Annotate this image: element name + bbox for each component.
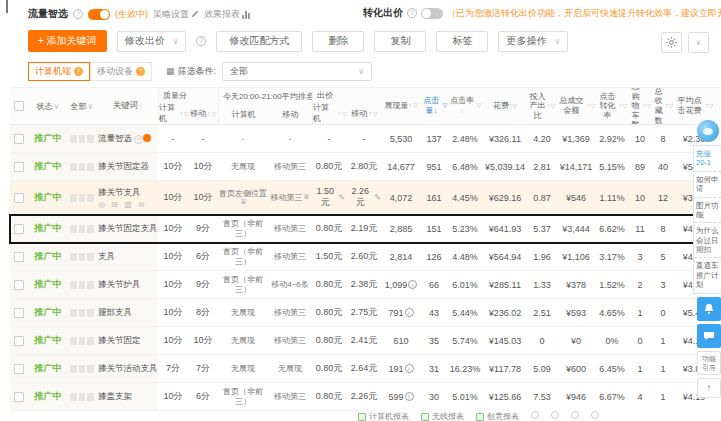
cell-carts: 10 — [628, 134, 652, 144]
header-clicks[interactable]: 点击量↓▽ — [420, 88, 448, 124]
table-row: 推广中 支具 10分 6分 首页（非前三） 移动第三 1.50元 2.60元 2… — [10, 243, 721, 271]
row-checkbox[interactable] — [14, 364, 24, 374]
keyword-label[interactable]: 流量智选 — [98, 133, 132, 145]
conversion-bid-toggle[interactable] — [421, 8, 443, 19]
info-icon[interactable]: ? — [196, 36, 206, 46]
help-link[interactable]: 如何申请 — [694, 172, 721, 198]
tab-mobile-report[interactable]: 移动设备? — [90, 62, 152, 81]
header-bid-mobile[interactable]: 移动↑▽ — [347, 102, 382, 124]
header-quality-pc[interactable]: 计算机↑▽ — [159, 102, 189, 124]
keyword-label[interactable]: 膝盖支架 — [98, 391, 132, 403]
notification-button[interactable] — [697, 297, 721, 321]
help-link[interactable]: 图片功能 — [694, 198, 721, 224]
impression-info-icon[interactable]: i — [405, 364, 414, 373]
row-checkbox[interactable] — [14, 252, 24, 262]
row-checkbox[interactable] — [14, 336, 24, 346]
row-checkbox[interactable] — [14, 162, 24, 172]
impression-info-icon[interactable]: i — [408, 280, 417, 289]
gear-button[interactable] — [661, 32, 682, 53]
modify-bid-select[interactable]: 修改出价∨ — [117, 31, 187, 52]
row-checkbox[interactable] — [14, 134, 24, 144]
row-action-icons[interactable] — [68, 299, 96, 326]
filter-condition-select[interactable]: 全部∨ — [222, 62, 372, 81]
header-quality-mobile[interactable]: 移动↑▽ — [189, 102, 219, 124]
traffic-smart-toggle[interactable] — [88, 9, 110, 20]
keyword-table: 状态∨ 全部∨ 关键词↑ 质量分 计算机↑▽ 移动↑▽ 今天20:00-21:0… — [10, 87, 721, 411]
legend-square-icon — [358, 413, 366, 421]
header-bid-pc[interactable]: 计算机↑▽ — [313, 102, 347, 124]
cell-ctr: 4.45% — [448, 193, 482, 203]
copy-button[interactable]: 复制 — [374, 31, 426, 52]
delete-button[interactable]: 删除 — [312, 31, 364, 52]
back-to-top-button[interactable]: ↑ — [697, 378, 721, 398]
impression-info-icon[interactable]: i — [405, 308, 414, 317]
cell-cost: ¥117.78 — [482, 364, 528, 374]
edit-bid-icon[interactable]: ✎ — [374, 193, 381, 202]
header-gmv[interactable]: 总成交金额↑▽ — [556, 88, 596, 124]
header-status[interactable]: 状态∨ — [28, 88, 68, 124]
collapse-button[interactable]: ∨ — [688, 32, 709, 53]
cell-bid-mobile: 2.80元 — [346, 160, 382, 173]
row-checkbox[interactable] — [14, 308, 24, 318]
cell-quality-pc: 10分 — [158, 306, 188, 319]
modify-match-button[interactable]: 修改匹配方式 — [216, 31, 302, 52]
header-cpc[interactable]: 平均点击花费↑▽ — [674, 88, 714, 124]
add-keyword-button[interactable]: + 添加关键词 — [28, 30, 107, 52]
header-carts[interactable]: 总购物车数↑▽ — [628, 88, 652, 124]
rank-menu-icon[interactable]: ≣ — [241, 198, 247, 206]
row-action-icons[interactable] — [68, 125, 96, 152]
tab-pc-report[interactable]: 计算机端? — [28, 62, 90, 81]
row-action-icons[interactable] — [68, 383, 96, 410]
row-action-icons[interactable] — [68, 243, 96, 270]
row-checkbox[interactable] — [14, 224, 24, 234]
help-icon[interactable]: ? — [73, 9, 83, 19]
row-checkbox[interactable] — [14, 193, 24, 203]
keyword-label[interactable]: 膝关节支具 — [98, 187, 141, 199]
select-all-checkbox[interactable] — [14, 101, 24, 111]
row-checkbox[interactable] — [14, 392, 24, 402]
impression-info-icon[interactable]: i — [405, 392, 414, 401]
keyword-label[interactable]: 腿部支具 — [98, 307, 132, 319]
strategy-settings-link[interactable]: 策略设置 — [153, 8, 199, 21]
keyword-label[interactable]: 膝关节活动支具 — [98, 363, 158, 375]
row-action-icons[interactable] — [68, 271, 96, 298]
row-action-icons[interactable] — [68, 181, 96, 214]
row-action-icons[interactable] — [68, 215, 96, 242]
table-settings-group: ∨ — [661, 32, 709, 53]
keyword-hover-icons[interactable]: ◎ ⊞ ▥ ⊖ — [98, 200, 147, 209]
row-action-icons[interactable] — [68, 355, 96, 382]
traffic-smart-badge-icons: ? — [134, 134, 151, 144]
more-actions-select[interactable]: 更多操作∨ — [498, 31, 568, 52]
keyword-label[interactable]: 膝关节固定器 — [98, 161, 149, 173]
header-keyword[interactable]: 关键词↑ — [96, 88, 158, 124]
row-checkbox[interactable] — [14, 280, 24, 290]
header-cvr[interactable]: 点击转化率↑▽ — [596, 88, 628, 124]
row-action-icons[interactable] — [68, 153, 96, 180]
help-icon[interactable]: ? — [407, 8, 417, 18]
keyword-label[interactable]: 支具 — [98, 251, 115, 263]
traffic-smart-status: (生效中) — [115, 8, 148, 21]
cell-favs: 0 — [652, 308, 674, 318]
keyword-label[interactable]: 膝关节护具 — [98, 279, 141, 291]
help-link[interactable]: 充值20-1 — [694, 146, 721, 172]
cell-carts: 11 — [628, 224, 652, 234]
assistant-mascot-icon[interactable] — [697, 120, 719, 142]
cell-rank-mobile: 移动第三 — [268, 336, 312, 345]
tag-button[interactable]: 标签 — [436, 31, 488, 52]
rank-menu-icon[interactable]: ≣ — [304, 193, 310, 201]
edit-bid-icon[interactable]: ✎ — [338, 193, 345, 202]
header-favs[interactable]: 总收藏数↑▽ — [652, 88, 674, 124]
header-ops-filter[interactable]: 全部∨ — [68, 88, 96, 124]
header-impressions[interactable]: 展现量↑▽ — [382, 88, 420, 124]
feedback-button[interactable] — [697, 324, 721, 348]
row-action-icons[interactable] — [68, 327, 96, 354]
header-ctr[interactable]: 点击率↑▽ — [448, 88, 482, 124]
keyword-label[interactable]: 膝关节固定 — [98, 335, 141, 347]
effect-report-link[interactable]: 效果报表 — [204, 8, 250, 21]
feature-guide-button[interactable]: 功能引导 — [697, 351, 721, 375]
help-link[interactable]: 为什么会过日期扣 — [694, 223, 721, 258]
header-cost[interactable]: 花费↑▽ — [482, 88, 528, 124]
keyword-label[interactable]: 膝关节固定支具 — [98, 223, 158, 235]
header-roi[interactable]: 投入产出比↑▽ — [528, 88, 556, 124]
help-link[interactable]: 直通车推广计划 — [694, 258, 721, 292]
